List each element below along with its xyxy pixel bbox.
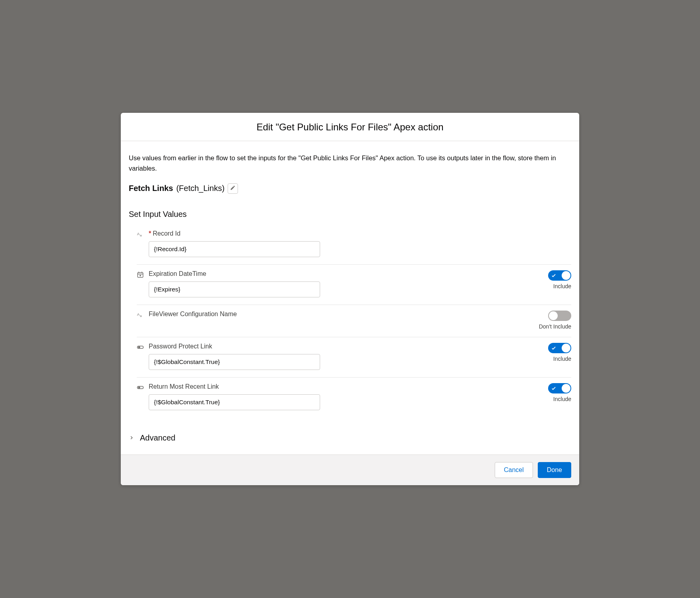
action-name-row: Fetch Links (Fetch_Links) bbox=[129, 183, 571, 194]
toggle-label: Include bbox=[553, 396, 571, 402]
advanced-label: Advanced bbox=[140, 433, 175, 443]
check-icon bbox=[551, 345, 556, 351]
input-rows: Aa * Record Id bbox=[129, 230, 571, 417]
modal-header: Edit "Get Public Links For Files" Apex a… bbox=[121, 113, 579, 141]
return-recent-input[interactable] bbox=[149, 394, 320, 410]
svg-point-3 bbox=[140, 275, 141, 276]
modal-footer: Cancel Done bbox=[121, 454, 579, 485]
return-recent-include-toggle[interactable] bbox=[548, 383, 571, 393]
edit-name-button[interactable] bbox=[228, 183, 238, 194]
toggle-label: Include bbox=[553, 356, 571, 362]
done-button[interactable]: Done bbox=[538, 462, 571, 478]
svg-text:A: A bbox=[137, 232, 140, 236]
input-row-expiration: Expiration DateTime Include bbox=[137, 264, 571, 305]
svg-point-9 bbox=[138, 387, 140, 388]
password-protect-include-toggle[interactable] bbox=[548, 343, 571, 353]
text-type-icon: Aa bbox=[137, 311, 144, 319]
action-api-name: (Fetch_Links) bbox=[176, 184, 224, 193]
svg-text:a: a bbox=[140, 234, 142, 237]
toggle-label: Don't Include bbox=[539, 323, 571, 330]
section-title: Set Input Values bbox=[129, 210, 571, 219]
check-icon bbox=[551, 386, 556, 391]
svg-text:a: a bbox=[140, 314, 142, 318]
input-row-return-recent: Return Most Recent Link Include bbox=[137, 377, 571, 417]
return-recent-label: Return Most Recent Link bbox=[149, 383, 320, 390]
pencil-icon bbox=[230, 185, 236, 192]
fv-config-label: FileViewer Configuration Name bbox=[149, 311, 237, 318]
record-id-input[interactable] bbox=[149, 241, 320, 257]
modal-title: Edit "Get Public Links For Files" Apex a… bbox=[129, 122, 571, 133]
boolean-type-icon bbox=[137, 384, 144, 391]
toggle-label: Include bbox=[553, 283, 571, 289]
edit-action-modal: Edit "Get Public Links For Files" Apex a… bbox=[121, 113, 579, 485]
chevron-right-icon bbox=[129, 435, 134, 441]
cancel-button[interactable]: Cancel bbox=[495, 462, 533, 478]
check-icon bbox=[551, 273, 556, 278]
expiration-label: Expiration DateTime bbox=[149, 270, 320, 277]
datetime-type-icon bbox=[137, 271, 144, 278]
svg-text:A: A bbox=[137, 312, 140, 317]
expiration-include-toggle[interactable] bbox=[548, 270, 571, 281]
password-protect-input[interactable] bbox=[149, 354, 320, 370]
input-row-password-protect: Password Protect Link Include bbox=[137, 337, 571, 377]
advanced-section-toggle[interactable]: Advanced bbox=[129, 433, 571, 443]
record-id-label: * Record Id bbox=[149, 230, 320, 237]
password-protect-label: Password Protect Link bbox=[149, 343, 320, 350]
fv-config-include-toggle[interactable] bbox=[548, 311, 571, 321]
modal-body: Use values from earlier in the flow to s… bbox=[121, 141, 579, 454]
text-type-icon: Aa bbox=[137, 231, 144, 238]
modal-description: Use values from earlier in the flow to s… bbox=[129, 153, 571, 173]
action-label: Fetch Links bbox=[129, 184, 173, 193]
expiration-input[interactable] bbox=[149, 281, 320, 297]
input-row-record-id: Aa * Record Id bbox=[137, 230, 571, 264]
input-row-fv-config: Aa FileViewer Configuration Name Don't I… bbox=[137, 305, 571, 337]
svg-point-7 bbox=[138, 346, 140, 348]
boolean-type-icon bbox=[137, 344, 144, 351]
required-indicator: * bbox=[149, 230, 151, 237]
